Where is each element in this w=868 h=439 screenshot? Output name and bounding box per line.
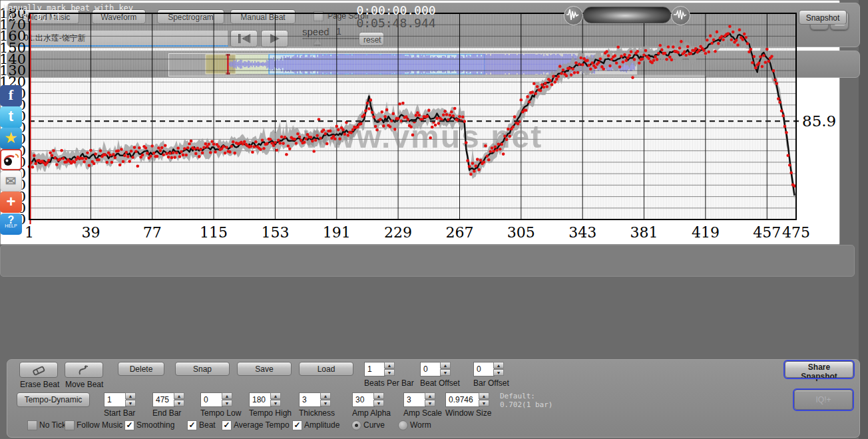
svg-text:457: 457 [753, 224, 781, 241]
spinner-down-icon[interactable]: ▼ [440, 369, 451, 376]
svg-text:153: 153 [261, 224, 289, 241]
help-button[interactable]: ? HELP [0, 214, 22, 235]
volume-slider[interactable] [583, 7, 671, 23]
email-icon: ✉ [1, 171, 21, 191]
tempo-high-value[interactable]: 180 [249, 392, 272, 407]
spinner-up-icon[interactable]: ▲ [270, 392, 281, 399]
facebook-share-button[interactable]: f [0, 85, 22, 106]
move-beat-icon [77, 365, 91, 376]
tempo-low-value[interactable]: 0 [200, 392, 223, 407]
start-bar-label: Start Bar [104, 408, 135, 418]
beat-checkbox[interactable]: ✓ [187, 420, 197, 430]
svg-text:475: 475 [782, 224, 810, 241]
spinner-down-icon[interactable]: ▼ [222, 400, 232, 406]
tempo-dynamic-button[interactable]: Tempo-Dynamic [17, 392, 90, 407]
bar-offset-value[interactable]: 0 [473, 362, 495, 376]
volume-max-button[interactable] [671, 6, 690, 25]
svg-text:305: 305 [507, 224, 535, 241]
thickness-value[interactable]: 3 [299, 392, 322, 407]
mark-beat-hint-line2: (A, S, D, F) [3, 13, 61, 22]
end-bar-label: End Bar [152, 408, 181, 418]
spinner-up-icon[interactable]: ▲ [493, 362, 504, 368]
spinner-up-icon[interactable]: ▲ [479, 392, 489, 399]
erase-beat-label: Erase Beat [20, 380, 59, 389]
iq-button[interactable]: IQ!+ [794, 390, 853, 410]
amp-alpha-value[interactable]: 30 [352, 392, 375, 407]
load-button[interactable]: Load [299, 362, 353, 376]
svg-text:343: 343 [568, 224, 596, 241]
svg-text:229: 229 [384, 224, 412, 241]
beats-per-bar-value[interactable]: 1 [364, 362, 385, 376]
spinner-up-icon[interactable]: ▲ [222, 392, 232, 399]
spinner-down-icon[interactable]: ▼ [270, 400, 281, 406]
email-share-button[interactable]: ✉ [0, 170, 22, 192]
spinner-down-icon[interactable]: ▼ [479, 400, 489, 406]
twitter-share-button[interactable]: t [0, 106, 22, 128]
move-beat-button[interactable] [65, 362, 103, 378]
spinner-up-icon[interactable]: ▲ [125, 392, 136, 399]
share-more-button[interactable]: + [0, 192, 22, 213]
end-bar-value[interactable]: 475 [152, 392, 175, 407]
svg-text:1: 1 [25, 224, 34, 241]
svg-text:115: 115 [200, 224, 228, 241]
tempo-low-label: Tempo Low [200, 408, 241, 418]
weibo-share-button[interactable] [0, 149, 22, 170]
spinner-up-icon[interactable]: ▲ [425, 392, 435, 399]
beat-label: Beat [199, 420, 216, 430]
tempo-high-label: Tempo High [249, 408, 292, 418]
worm-label: Worm [410, 420, 431, 430]
spinner-down-icon[interactable]: ▼ [384, 369, 395, 376]
window-size-label: Window Size [445, 408, 491, 418]
controls-panel: Erase Beat Move Beat Delete Snap Save Lo… [7, 359, 860, 438]
move-beat-label: Move Beat [65, 380, 103, 389]
waveform-burst-icon [672, 7, 688, 23]
average-tempo-checkbox[interactable]: ✓ [222, 420, 232, 430]
amp-scale-value[interactable]: 3 [403, 392, 426, 407]
snap-button[interactable]: Snap [175, 362, 230, 376]
tempo-chart-panel: www.vmus.net0102030405060708090100110120… [0, 0, 840, 245]
spinner-up-icon[interactable]: ▲ [384, 362, 395, 368]
facebook-icon: f [0, 85, 22, 105]
mute-button[interactable] [564, 6, 583, 25]
save-button[interactable]: Save [237, 362, 292, 376]
window-size-value[interactable]: 0.9746 [445, 392, 480, 407]
delete-button[interactable]: Delete [118, 362, 164, 376]
no-tick-checkbox[interactable] [27, 420, 37, 430]
qzone-share-button[interactable]: ★ [0, 128, 22, 149]
spinner-up-icon[interactable]: ▲ [440, 362, 451, 368]
beat-offset-label: Beat Offset [420, 378, 460, 388]
spinner-down-icon[interactable]: ▼ [320, 400, 331, 406]
info-bar: Manually mark beat with key (A, S, D, F)… [0, 245, 855, 277]
spinner-down-icon[interactable]: ▼ [425, 400, 435, 406]
amplitude-checkbox[interactable]: ✓ [292, 420, 302, 430]
follow-music-checkbox[interactable] [65, 420, 75, 430]
qzone-star-icon: ★ [0, 128, 22, 148]
eraser-icon [31, 365, 47, 376]
erase-beat-button[interactable] [19, 362, 58, 378]
window-default-line2: 0.702(1 bar) [500, 400, 552, 409]
share-snapshot-button[interactable]: Share Snapshot [785, 361, 853, 378]
spinner-down-icon[interactable]: ▼ [174, 400, 184, 406]
start-bar-value[interactable]: 1 [104, 392, 126, 407]
spinner-down-icon[interactable]: ▼ [373, 400, 384, 406]
spinner-up-icon[interactable]: ▲ [320, 392, 331, 399]
smoothing-checkbox[interactable]: ✓ [124, 420, 134, 430]
svg-text:191: 191 [323, 224, 351, 241]
spinner-up-icon[interactable]: ▲ [174, 392, 184, 399]
spinner-down-icon[interactable]: ▼ [125, 400, 136, 406]
svg-text:381: 381 [630, 224, 658, 241]
beat-offset-value[interactable]: 0 [420, 362, 441, 376]
spinner-up-icon[interactable]: ▲ [373, 392, 384, 399]
worm-radio[interactable] [398, 420, 408, 430]
amplitude-label: Amplitude [304, 420, 339, 430]
window-default-line1: Default: [500, 392, 535, 400]
total-time: 0:05:48.944 [346, 16, 446, 30]
curve-radio[interactable] [351, 420, 361, 430]
plus-icon: + [0, 192, 22, 212]
curve-label: Curve [363, 420, 385, 430]
tempo-chart[interactable]: www.vmus.net0102030405060708090100110120… [0, 0, 837, 242]
snapshot-button[interactable]: Snapshot [799, 10, 847, 25]
weibo-icon [2, 150, 20, 168]
bar-offset-label: Bar Offset [473, 378, 509, 388]
spinner-down-icon[interactable]: ▼ [493, 369, 504, 376]
